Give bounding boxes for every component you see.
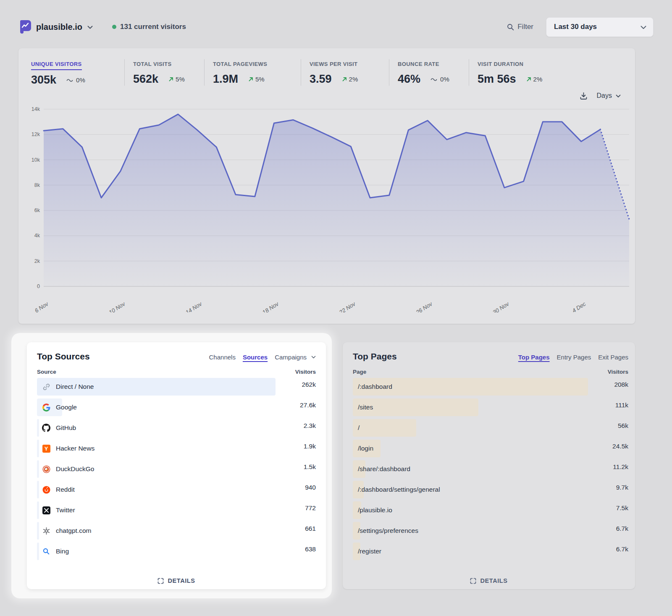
source-name[interactable]: Reddit <box>56 486 75 493</box>
svg-text:10k: 10k <box>32 157 40 163</box>
page-path[interactable]: /settings/preferences <box>358 527 418 535</box>
tab-sources[interactable]: Sources <box>243 354 268 361</box>
svg-text:14k: 14k <box>32 106 40 112</box>
source-row[interactable]: DuckDuckGo 1.5k <box>37 460 316 478</box>
source-row[interactable]: Twitter 772 <box>37 501 316 519</box>
source-row[interactable]: Reddit 940 <box>37 481 316 498</box>
interval-select[interactable]: Days <box>597 92 621 100</box>
tab-top-pages[interactable]: Top Pages <box>518 354 550 361</box>
stat-total-pageviews[interactable]: TOTAL PAGEVIEWS 1.9M 5% <box>204 59 301 86</box>
pages-details-button[interactable]: DETAILS <box>343 577 635 584</box>
stat-unique-visitors[interactable]: UNIQUE VISITORS 305k 0% <box>31 59 124 87</box>
stat-value: 562k <box>133 73 158 86</box>
date-range-select[interactable]: Last 30 days <box>546 17 654 37</box>
page-row[interactable]: /:dashboard 208k <box>353 378 628 396</box>
up-arrow-icon <box>526 76 532 82</box>
page-path[interactable]: /share/:dashboard <box>358 465 410 473</box>
source-name[interactable]: Google <box>56 404 77 411</box>
current-visitors[interactable]: 131 current visitors <box>112 23 186 31</box>
page-path[interactable]: /sites <box>358 404 373 411</box>
page-visitors: 56k <box>618 422 628 430</box>
page-row[interactable]: /login 24.5k <box>353 440 628 457</box>
source-name[interactable]: GitHub <box>56 424 76 432</box>
tab-entry-pages[interactable]: Entry Pages <box>557 354 591 361</box>
twitter-x-icon <box>42 506 50 514</box>
source-row[interactable]: Bing 638 <box>37 543 316 560</box>
chevron-down-icon[interactable] <box>311 356 316 359</box>
hacker-news-icon: Y <box>42 444 50 453</box>
top-sources-card: Top Sources Channels Sources Campaigns S… <box>27 342 326 589</box>
stat-label[interactable]: BOUNCE RATE <box>398 61 439 69</box>
page-row[interactable]: /register 6.7k <box>353 543 628 560</box>
source-visitors: 2.3k <box>304 422 316 430</box>
stat-label[interactable]: VISIT DURATION <box>478 61 523 69</box>
source-name[interactable]: Direct / None <box>56 383 94 391</box>
page-path[interactable]: /:dashboard/settings/general <box>358 486 440 493</box>
column-visitors: Visitors <box>295 369 316 375</box>
page-row[interactable]: /plausible.io 7.5k <box>353 501 628 519</box>
github-icon <box>42 424 50 432</box>
source-name[interactable]: Twitter <box>56 506 75 514</box>
top-header: plausible.io 131 current visitors Filter… <box>18 15 654 39</box>
flat-change-icon <box>430 77 438 81</box>
source-row[interactable]: GitHub 2.3k <box>37 419 316 437</box>
chevron-down-icon <box>616 94 621 98</box>
page-path[interactable]: /register <box>358 548 381 555</box>
stat-label[interactable]: VIEWS PER VISIT <box>310 61 357 69</box>
page-visitors: 111k <box>615 401 628 409</box>
tab-exit-pages[interactable]: Exit Pages <box>598 354 628 361</box>
stat-change-value: 5% <box>176 76 185 83</box>
top-pages-card: Top Pages Top Pages Entry Pages Exit Pag… <box>343 342 635 589</box>
page-path[interactable]: /plausible.io <box>358 506 392 514</box>
column-page: Page <box>353 369 366 375</box>
source-row[interactable]: Google 27.6k <box>37 398 316 416</box>
stat-total-visits[interactable]: TOTAL VISITS 562k 5% <box>124 59 204 86</box>
source-name[interactable]: Bing <box>56 548 69 555</box>
download-icon[interactable] <box>580 92 588 100</box>
page-row[interactable]: /share/:dashboard 11.2k <box>353 460 628 478</box>
page-row[interactable]: /:dashboard/settings/general 9.7k <box>353 481 628 498</box>
svg-text:4k: 4k <box>34 233 40 239</box>
page-path[interactable]: / <box>358 424 360 432</box>
svg-text:12k: 12k <box>32 131 40 137</box>
google-icon <box>42 403 50 412</box>
stat-visit-duration[interactable]: VISIT DURATION 5m 56s 2% <box>469 59 553 86</box>
stats-row: UNIQUE VISITORS 305k 0% TOTAL VISITS 562… <box>18 59 635 87</box>
current-visitors-label: 131 current visitors <box>120 23 186 31</box>
stat-label[interactable]: TOTAL VISITS <box>133 61 171 69</box>
source-row[interactable]: chatgpt.com 661 <box>37 522 316 540</box>
spotlight-halo: Top Sources Channels Sources Campaigns S… <box>11 333 332 598</box>
source-row[interactable]: Direct / None 262k <box>37 378 316 396</box>
site-name[interactable]: plausible.io <box>36 22 82 32</box>
details-label: DETAILS <box>480 577 507 584</box>
svg-text:8k: 8k <box>34 182 40 188</box>
link-icon <box>42 383 50 391</box>
source-name[interactable]: Hacker News <box>56 445 94 452</box>
page-row[interactable]: /sites 111k <box>353 398 628 416</box>
svg-text:2k: 2k <box>34 258 40 264</box>
stat-views-per-visit[interactable]: VIEWS PER VISIT 3.59 2% <box>301 59 389 86</box>
live-dot-icon <box>112 25 116 29</box>
source-name[interactable]: chatgpt.com <box>56 527 91 535</box>
page-row[interactable]: / 56k <box>353 419 628 437</box>
visitors-chart[interactable]: 02k4k6k8k10k12k14k6 Nov10 Nov14 Nov18 No… <box>24 104 632 312</box>
page-row[interactable]: /settings/preferences 6.7k <box>353 522 628 540</box>
up-arrow-icon <box>248 76 254 82</box>
tab-channels[interactable]: Channels <box>209 354 236 361</box>
stat-label[interactable]: UNIQUE VISITORS <box>31 61 82 70</box>
svg-text:0: 0 <box>37 283 40 289</box>
stat-change-value: 5% <box>255 76 265 83</box>
tab-campaigns[interactable]: Campaigns <box>275 354 307 361</box>
column-visitors: Visitors <box>608 369 628 375</box>
source-row[interactable]: Y Hacker News 1.9k <box>37 440 316 457</box>
page-visitors: 208k <box>614 381 628 388</box>
stat-bounce-rate[interactable]: BOUNCE RATE 46% 0% <box>389 59 469 86</box>
source-name[interactable]: DuckDuckGo <box>56 465 94 473</box>
page-path[interactable]: /login <box>358 445 373 452</box>
page-path[interactable]: /:dashboard <box>358 383 392 391</box>
duckduckgo-icon <box>42 465 50 473</box>
stat-label[interactable]: TOTAL PAGEVIEWS <box>213 61 267 69</box>
sources-details-button[interactable]: DETAILS <box>27 577 326 584</box>
site-switcher[interactable]: plausible.io <box>18 20 93 34</box>
filter-button[interactable]: Filter <box>507 23 533 31</box>
